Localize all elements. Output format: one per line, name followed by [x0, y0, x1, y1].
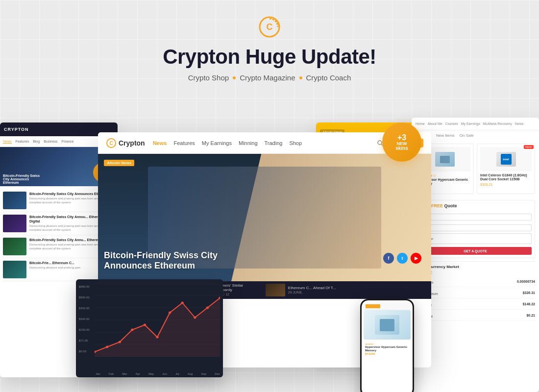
svg-point-25 — [206, 307, 209, 309]
screenshots-area: CRYPTON News Features Blog Business Fina… — [0, 113, 539, 392]
phone-product-visual — [375, 315, 399, 335]
sl-nav-features[interactable]: Features — [16, 140, 29, 143]
chart-y-axis: $980.00 $800.00 $450.00 $300.00 $150.00 … — [79, 285, 90, 353]
sc-social-buttons: f t ▶ — [383, 253, 421, 264]
sr-get-quote-button[interactable]: GET A QUOTE — [419, 247, 532, 255]
sr-email-input[interactable] — [419, 224, 532, 231]
header-section: C Crypton Huge Update! Crypto Shop Crypt… — [0, 0, 539, 92]
chart-x-label: Jan — [96, 372, 100, 375]
sc-nav-features[interactable]: Features — [173, 140, 195, 146]
phone-product-details: ★★★★☆ Hypervisor Hypercam Generic Memory… — [364, 342, 411, 356]
sr-nav-courses[interactable]: Courses — [445, 122, 458, 125]
subtitle-dot-2 — [299, 76, 302, 79]
sr-name-input[interactable] — [419, 214, 532, 220]
sc-nav-links: News Features My Earnings Minning Tradin… — [153, 140, 302, 146]
phone-chip — [380, 319, 394, 331]
sc-logo-text: Crypton — [119, 139, 145, 147]
page-background: C Crypton Huge Update! Crypto Shop Crypt… — [0, 0, 539, 392]
sr-product-name-2: Intel Celeron G1840 (2.8GHz) Dual Core S… — [480, 173, 532, 182]
phone-product-price: $#1225 — [365, 352, 409, 355]
chart-svg — [95, 283, 220, 357]
chart-y-label: $150.00 — [79, 328, 90, 331]
list-item: Ethereum $326.31 — [416, 287, 535, 298]
subtitle-row: Crypto Shop Crypto Magazine Crypto Coach — [0, 74, 539, 82]
badge-skins-text: skins — [395, 146, 408, 151]
sr-nav-earnings[interactable]: My Earnings — [461, 122, 480, 125]
chart-x-label: Jul — [175, 372, 179, 375]
sr-nav-news[interactable]: News — [515, 122, 524, 125]
sl-nav-news[interactable]: News — [3, 140, 12, 144]
sl-nav-blog[interactable]: Blog — [33, 140, 40, 143]
sl-article-thumb-2 — [3, 215, 26, 232]
sc-logo: C Crypton — [106, 138, 145, 148]
sl-hero-caption: Bitcoin-Friendly Swiss City Announces Et… — [3, 174, 42, 184]
sr-market-section: CryptoCurrency Market AUS / BTC Bitcoin … — [416, 261, 535, 321]
sc-navbar: C Crypton News Features My Earnings Minn… — [98, 132, 431, 154]
svg-point-22 — [169, 312, 171, 314]
sr-product-visual-2: intel — [496, 152, 516, 167]
subtitle-crypto-magazine: Crypto Magazine — [240, 74, 295, 82]
sr-market-title: CryptoCurrency Market — [416, 265, 535, 269]
sl-logo: CRYPTON — [4, 127, 29, 132]
phone-logo — [366, 304, 380, 308]
sr-market-pair: AUS / BTC — [416, 271, 535, 274]
sc-nav-earnings[interactable]: My Earnings — [202, 140, 232, 146]
phone-navbar — [364, 302, 411, 310]
sc-hero: Altcoin News Bitcoin-Friendly Swiss City… — [98, 154, 431, 281]
twitter-button[interactable]: t — [397, 253, 408, 264]
ethereum-price: $326.31 — [523, 291, 535, 294]
sr-message-input[interactable] — [419, 233, 532, 244]
list-item: Bitcoin 0.00000734 — [416, 276, 535, 287]
svg-marker-15 — [95, 298, 220, 357]
sr-product-price-2: $328.21 — [480, 183, 492, 186]
sc-news-thumb-3 — [266, 284, 285, 296]
chart-x-axis: Jan Feb Mar Apr May Jun Jul Aug Sep Dec — [96, 372, 220, 375]
sr-tab-new-items[interactable]: New Items — [436, 133, 455, 140]
sr-product-img-2: intel — [480, 147, 532, 172]
list-item: NEW intel Intel Celeron G1840 (2.8GHz) D… — [477, 144, 535, 194]
sc-nav-minning[interactable]: Minning — [239, 140, 258, 146]
chart-x-label: Feb — [109, 372, 114, 375]
sl-nav-business[interactable]: Business — [44, 140, 57, 143]
svg-point-4 — [378, 141, 382, 145]
svg-point-20 — [144, 324, 146, 326]
sr-product-badge-new: NEW — [524, 145, 534, 149]
sr-quote-form: Get a FREE Quote GET A QUOTE — [416, 200, 535, 259]
sr-nav-home[interactable]: Home — [416, 122, 425, 125]
list-item: Ripple $0.21 — [416, 310, 535, 321]
ripple-price: $0.21 — [526, 314, 535, 317]
bitcoin-price: 0.00000734 — [517, 280, 535, 283]
sl-article-thumb-1 — [3, 192, 26, 209]
apple-price: $148.22 — [523, 302, 535, 306]
sr-tab-on-sale[interactable]: On Sale — [460, 133, 474, 140]
svg-point-19 — [131, 329, 133, 331]
sr-products-grid: ★★★★☆ Hypervisor Hypercam Generic Memory… — [416, 144, 535, 194]
chart-x-label: Mar — [122, 372, 127, 375]
chart-x-label: Aug — [188, 372, 193, 375]
sr-nav-recovery[interactable]: McAfaria Recovery — [483, 122, 512, 125]
phone-content: ★★★★☆ Hypervisor Hypercam Generic Memory… — [362, 300, 413, 358]
chart-x-label: May — [148, 372, 154, 375]
sl-nav-finance[interactable]: Finance — [62, 140, 74, 143]
sc-nav-shop[interactable]: Shop — [289, 140, 302, 146]
phone-product-image — [364, 310, 411, 340]
sr-nav-about[interactable]: About Me — [428, 122, 442, 125]
phone-mockup: ★★★★☆ Hypervisor Hypercam Generic Memory… — [360, 299, 414, 392]
subtitle-dot-1 — [233, 76, 236, 79]
youtube-button[interactable]: ▶ — [411, 253, 421, 264]
sc-nav-trading[interactable]: Trading — [265, 140, 283, 146]
facebook-button[interactable]: f — [383, 253, 394, 264]
sc-hero-title: Bitcoin-Friendly Swiss CityAnnounces Eth… — [104, 250, 218, 271]
crypton-logo-icon: C — [257, 15, 282, 39]
sc-nav-news[interactable]: News — [153, 140, 167, 146]
badge-plus-text: +3 — [397, 134, 406, 142]
sr-topbar: Home About Me Courses My Earnings McAfar… — [412, 118, 539, 130]
svg-point-18 — [119, 341, 121, 343]
main-title: Crypton Huge Update! — [0, 45, 539, 69]
sr-quote-free-label: FREE — [431, 203, 443, 208]
sl-article-thumb-3 — [3, 238, 26, 255]
chart-y-label: $300.00 — [79, 318, 90, 320]
chart-y-label: $71.00 — [79, 339, 90, 342]
chart-y-label: $450.00 — [79, 307, 90, 310]
phone-screen: ★★★★☆ Hypervisor Hypercam Generic Memory… — [362, 300, 413, 392]
